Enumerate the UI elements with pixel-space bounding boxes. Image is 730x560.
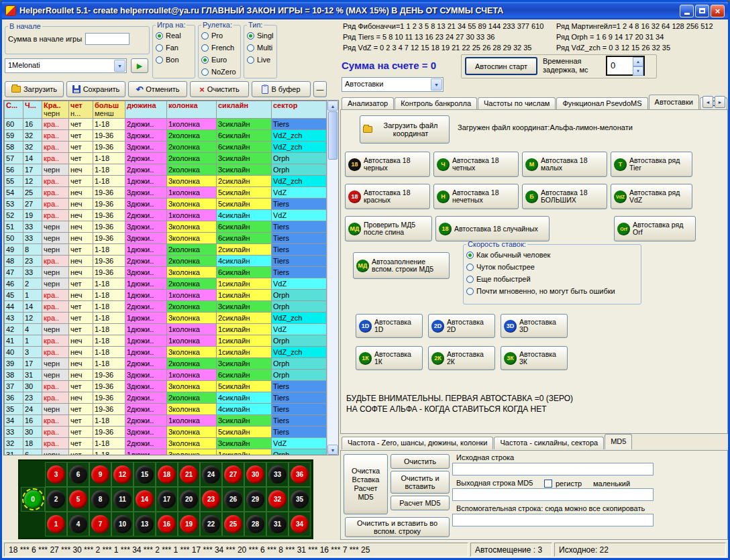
scroll-thumb[interactable] [328,111,337,160]
autobet-3k-button[interactable]: 3КАвтоставка 3К [501,346,568,370]
column-header[interactable]: сектор [272,101,327,119]
roulette-cell-1[interactable]: 1 [45,512,67,537]
table-row[interactable]: 5617черннеч1-182дюжи..2колонка3сиклайнOr… [5,164,327,176]
roulette-cell-11[interactable]: 11 [111,487,134,512]
radio-icon[interactable] [466,251,474,259]
roulette-cell-26[interactable]: 26 [222,487,244,512]
roulette-cell-33[interactable]: 33 [266,462,289,487]
column-header[interactable]: четн... [69,101,93,119]
md5-calc-button[interactable]: Расчет MD5 [390,496,450,510]
radio-icon[interactable] [201,32,209,40]
table-row[interactable]: 5932кра..чет19-363дюжи..2колонка6сиклайн… [5,130,327,142]
table-row[interactable]: 5327кра..неч19-363дюжи..3колонка5сиклайн… [5,199,327,210]
tab-bankroll-control[interactable]: Контроль банкролла [395,97,477,110]
table-row[interactable]: 498чернчет1-181дюжи..2колонка2сиклайнTie… [5,244,327,256]
table-row[interactable]: 3831черннеч19-363дюжи..1колонка6сиклайнO… [5,370,327,381]
radio-icon[interactable] [466,264,474,271]
autofill-aux-md5-button[interactable]: МД Автозаполнение вспом. строки МД5 [353,252,450,279]
tabs-scroll-right-button[interactable]: ► [715,96,725,108]
table-row[interactable]: 4312кра..чет1-181дюжи..3колонка2сиклайнV… [5,313,327,324]
autobets-combobox[interactable]: Автоставки ▼ [342,77,444,92]
radio-speed-human[interactable]: Как обычный человек [466,249,638,261]
tab-autobets[interactable]: Автоставки [649,95,699,110]
roulette-cell-0[interactable]: 0 [21,487,45,512]
roulette-cell-2[interactable]: 2 [45,487,67,512]
md5-clear-button[interactable]: Очистить [390,454,450,469]
radio-icon[interactable] [466,276,474,283]
close-button[interactable]: × [711,5,725,17]
table-row[interactable]: 403кра..неч1-181дюжи..3колонка1сиклайнVd… [5,347,327,358]
autobet-18-red-button[interactable]: 18Автоставка 18 красных [345,184,430,209]
start-sum-input[interactable] [85,33,129,45]
column-header[interactable]: сиклайн [217,101,272,119]
roulette-cell-21[interactable]: 21 [178,462,200,487]
table-row[interactable]: 316чернчет1-181дюжи..3колонка1сиклайнOrp… [5,449,327,456]
clear-button[interactable]: ×Очистить [190,81,249,97]
roulette-cell-36[interactable]: 36 [289,462,311,487]
autobet-18-odd-button[interactable]: НАвтоставка 18 нечетных [433,184,519,209]
spinner-up-icon[interactable]: ▲ [633,57,643,66]
spinner-down-icon[interactable]: ▼ [633,66,643,76]
autobet-18-even-button[interactable]: ЧАвтоставка 18 четных [433,152,519,177]
chevron-down-icon[interactable]: ▼ [114,60,125,72]
autobet-row-tier-button[interactable]: ТАвтоставка ряд Tier [611,152,692,177]
autobet-18-black-button[interactable]: 18Автоставка 18 черных [345,152,430,177]
roulette-cell-31[interactable]: 31 [266,512,289,537]
register-checkbox[interactable] [544,480,552,488]
autobet-row-orf-button[interactable]: OrfАвтоставка ряд Orf [614,216,696,241]
tab-number-frequencies[interactable]: Частоты по числам [478,97,556,110]
table-row[interactable]: 5219кра..неч19-362дюжи..1колонка4сиклайн… [5,210,327,221]
undo-button[interactable]: ↶Отменить [128,81,187,97]
radio-speed-instant[interactable]: Почти мгновенно, но могут быть ошибки [466,285,638,297]
roulette-cell-32[interactable]: 32 [266,487,289,512]
table-row[interactable]: 3416кра..чет1-182дюжи..1колонка3сиклайнT… [5,415,327,427]
scroll-up-button[interactable]: ▲ [327,101,338,111]
column-header[interactable]: Кра..черн [42,101,69,119]
tab-analyzer[interactable]: Анализатор [342,97,394,110]
radio-euro[interactable]: Euro [201,54,238,66]
autobet-2d-button[interactable]: 2DАвтоставка 2D [428,314,495,338]
radio-nozero[interactable]: NoZero [201,66,238,78]
chevron-down-icon[interactable]: ▼ [431,78,442,91]
table-row[interactable]: 3917черннеч1-182дюжи..2колонка3сиклайнOr… [5,358,327,370]
roulette-cell-23[interactable]: 23 [200,487,222,512]
preset-combobox[interactable]: 1Melonati ▼ [5,58,127,73]
roulette-cell-18[interactable]: 18 [156,462,178,487]
table-row[interactable]: 4414кра..чет1-182дюжи..2колонка3сиклайнO… [5,301,327,313]
roulette-cell-13[interactable]: 13 [134,512,156,537]
autobet-18-low-button[interactable]: МАвтоставка 18 малых [522,152,607,177]
radio-icon[interactable] [201,68,209,76]
save-button[interactable]: Сохранить [66,81,125,97]
check-md5-after-spin-button[interactable]: МДПроверить МД5 после спина [345,216,432,241]
md5-aux-input[interactable] [452,514,654,526]
delay-spinner[interactable]: 0 ▲ ▼ [606,56,645,76]
table-row[interactable]: 3730кра..чет19-363дюжи..3колонка5сиклайн… [5,381,327,392]
play-button[interactable]: ▶ [131,58,148,73]
md5-output-input[interactable] [452,488,654,501]
roulette-cell-15[interactable]: 15 [134,462,156,487]
radio-real[interactable]: Real [156,30,192,42]
md5-source-input[interactable] [452,463,654,475]
roulette-cell-20[interactable]: 20 [178,487,200,512]
radio-icon[interactable] [247,44,254,52]
autobet-3d-button[interactable]: 3DАвтоставка 3D [501,314,568,338]
table-row[interactable]: 3330кра..чет19-363дюжи..3колонка5сиклайн… [5,427,327,438]
roulette-cell-35[interactable]: 35 [289,487,311,512]
table-row[interactable]: 4823кра..неч19-362дюжи..2колонка4сиклайн… [5,256,327,267]
roulette-cell-8[interactable]: 8 [89,487,111,512]
tab-psevdoms[interactable]: Функционал PsevdoMS [556,97,647,110]
roulette-cell-5[interactable]: 5 [67,487,89,512]
roulette-cell-24[interactable]: 24 [200,462,222,487]
radio-icon[interactable] [247,32,254,40]
roulette-cell-3[interactable]: 3 [45,462,67,487]
radio-icon[interactable] [466,288,474,295]
column-header[interactable]: Ч... [23,101,42,119]
radio-icon[interactable] [156,32,163,40]
roulette-cell-6[interactable]: 6 [67,462,89,487]
table-row[interactable]: 424чернчет1-181дюжи..1колонка1сиклайнVdZ [5,324,327,335]
roulette-cell-19[interactable]: 19 [178,512,200,537]
table-row[interactable]: 3218кра..чет1-182дюжи..3колонка3сиклайнV… [5,438,327,449]
table-row[interactable]: 5832кра..чет19-363дюжи..2колонка6сиклайн… [5,142,327,153]
column-header[interactable]: С... [5,101,23,119]
radio-french[interactable]: French [201,42,238,54]
